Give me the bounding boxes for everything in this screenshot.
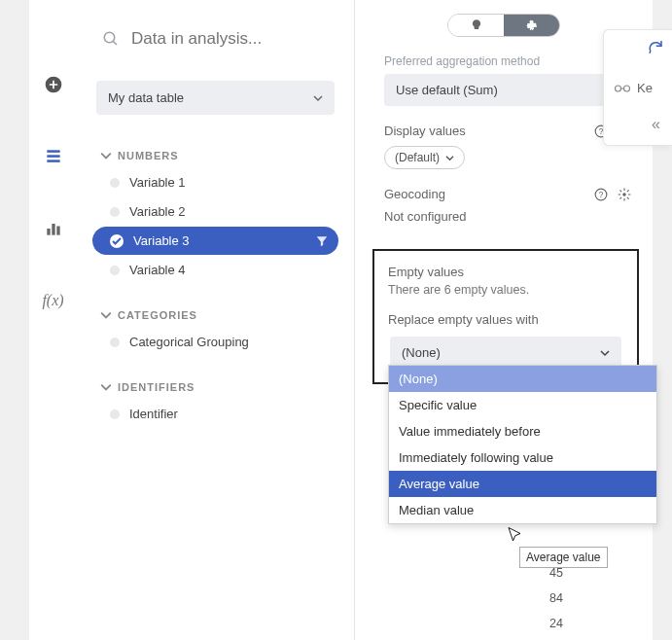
list-item-label: Variable 2 bbox=[129, 204, 186, 219]
dropdown-option[interactable]: Immediately following value bbox=[389, 444, 656, 471]
data-table-icon[interactable] bbox=[42, 145, 65, 168]
dropdown-option[interactable]: Median value bbox=[389, 497, 656, 523]
gear-icon bbox=[525, 18, 539, 32]
value-cell: 84 bbox=[549, 591, 563, 605]
chevron-down-icon bbox=[313, 93, 323, 103]
refresh-icon[interactable] bbox=[647, 38, 664, 55]
lightbulb-icon bbox=[470, 18, 483, 32]
display-values-value: (Default) bbox=[395, 151, 440, 164]
collapse-icon[interactable]: « bbox=[652, 116, 660, 133]
svg-rect-5 bbox=[52, 224, 54, 235]
list-item-label: Variable 4 bbox=[129, 263, 186, 277]
cursor-icon bbox=[506, 526, 523, 544]
gear-icon[interactable] bbox=[618, 188, 631, 201]
dropdown-option[interactable]: (None) bbox=[389, 366, 656, 392]
list-item[interactable]: Identifier bbox=[92, 400, 338, 428]
type-dot-icon bbox=[110, 178, 120, 188]
svg-rect-3 bbox=[47, 160, 59, 162]
aggregation-select[interactable]: Use default (Sum) bbox=[384, 74, 631, 106]
empty-values-title: Empty values bbox=[388, 265, 623, 279]
list-item-label: Variable 1 bbox=[129, 175, 186, 190]
tooltip: Average value bbox=[519, 547, 608, 568]
chevron-down-icon bbox=[100, 309, 112, 321]
empty-values-count: There are 6 empty values. bbox=[388, 283, 623, 297]
type-dot-icon bbox=[110, 207, 120, 217]
svg-rect-2 bbox=[47, 155, 59, 158]
group-identifiers: IDENTIFIERS Identifier bbox=[92, 375, 338, 428]
data-table-select[interactable]: My data table bbox=[96, 81, 335, 115]
side-strip: Ke « bbox=[603, 29, 672, 146]
group-header-categories[interactable]: CATEGORIES bbox=[92, 303, 338, 327]
data-table-select-label: My data table bbox=[108, 90, 184, 105]
value-column: 45 84 24 bbox=[549, 566, 563, 630]
list-item-label: Identifier bbox=[129, 407, 178, 421]
group-header-label: NUMBERS bbox=[118, 150, 179, 161]
geocoding-label: Geocoding bbox=[384, 187, 445, 201]
replace-current-value: (None) bbox=[402, 345, 441, 360]
chevron-down-icon bbox=[445, 154, 454, 162]
dropdown-option[interactable]: Value immediately before bbox=[389, 418, 656, 444]
type-dot-icon bbox=[110, 338, 120, 347]
link-icon bbox=[614, 82, 631, 95]
svg-point-7 bbox=[104, 32, 115, 43]
key-label: Ke bbox=[637, 81, 653, 95]
replace-dropdown: (None) Specific value Value immediately … bbox=[388, 365, 657, 524]
search-icon bbox=[102, 30, 120, 48]
key-toggle[interactable]: Ke bbox=[614, 81, 653, 95]
chevron-down-icon bbox=[600, 348, 610, 358]
search-input[interactable] bbox=[131, 29, 337, 49]
list-item-label: Categorical Grouping bbox=[129, 335, 249, 349]
list-item[interactable]: Variable 4 bbox=[92, 256, 338, 284]
chart-icon[interactable] bbox=[42, 217, 65, 240]
group-header-label: CATEGORIES bbox=[118, 309, 197, 321]
svg-rect-4 bbox=[47, 229, 50, 235]
list-item[interactable]: Variable 2 bbox=[92, 197, 338, 226]
aggregation-value: Use default (Sum) bbox=[396, 83, 498, 97]
svg-rect-1 bbox=[47, 150, 59, 153]
display-values-chip[interactable]: (Default) bbox=[384, 146, 465, 169]
display-values-label: Display values bbox=[384, 124, 466, 138]
function-icon[interactable]: f(x) bbox=[42, 289, 65, 312]
empty-values-box: Empty values There are 6 empty values. R… bbox=[372, 249, 639, 384]
svg-point-14 bbox=[622, 193, 626, 196]
svg-point-16 bbox=[624, 86, 630, 91]
group-header-identifiers[interactable]: IDENTIFIERS bbox=[92, 375, 338, 399]
type-dot-icon bbox=[110, 409, 120, 419]
group-header-numbers[interactable]: NUMBERS bbox=[92, 144, 338, 167]
replace-label: Replace empty values with bbox=[388, 312, 623, 327]
svg-point-15 bbox=[616, 86, 621, 91]
group-categories: CATEGORIES Categorical Grouping bbox=[92, 303, 338, 356]
svg-line-8 bbox=[113, 41, 117, 45]
search-row bbox=[92, 21, 338, 56]
svg-rect-6 bbox=[56, 227, 59, 235]
help-icon[interactable]: ? bbox=[594, 188, 608, 201]
value-cell: 24 bbox=[549, 617, 563, 630]
svg-text:?: ? bbox=[599, 190, 604, 198]
mode-toggle-settings[interactable] bbox=[504, 15, 559, 36]
chevron-down-icon bbox=[100, 381, 112, 393]
list-item[interactable]: Variable 3 bbox=[92, 227, 338, 255]
mode-toggle-info[interactable] bbox=[448, 15, 504, 36]
type-dot-icon bbox=[110, 234, 124, 248]
geocoding-status: Not configured bbox=[384, 209, 631, 224]
value-cell: 45 bbox=[549, 566, 563, 580]
list-item-label: Variable 3 bbox=[133, 233, 190, 248]
list-item[interactable]: Variable 1 bbox=[92, 168, 338, 196]
type-dot-icon bbox=[110, 266, 120, 275]
icon-rail: f(x) bbox=[29, 0, 77, 640]
chevron-down-icon bbox=[100, 150, 112, 161]
dropdown-option[interactable]: Specific value bbox=[389, 392, 656, 418]
group-header-label: IDENTIFIERS bbox=[118, 381, 195, 393]
dropdown-option[interactable]: Average value bbox=[389, 471, 656, 497]
mode-toggle[interactable] bbox=[447, 14, 560, 37]
filter-icon bbox=[315, 234, 329, 248]
data-panel: My data table NUMBERS Variable 1 Variabl… bbox=[77, 0, 355, 640]
add-icon[interactable] bbox=[42, 73, 65, 96]
list-item[interactable]: Categorical Grouping bbox=[92, 328, 338, 356]
group-numbers: NUMBERS Variable 1 Variable 2 Variable 3… bbox=[92, 144, 338, 284]
